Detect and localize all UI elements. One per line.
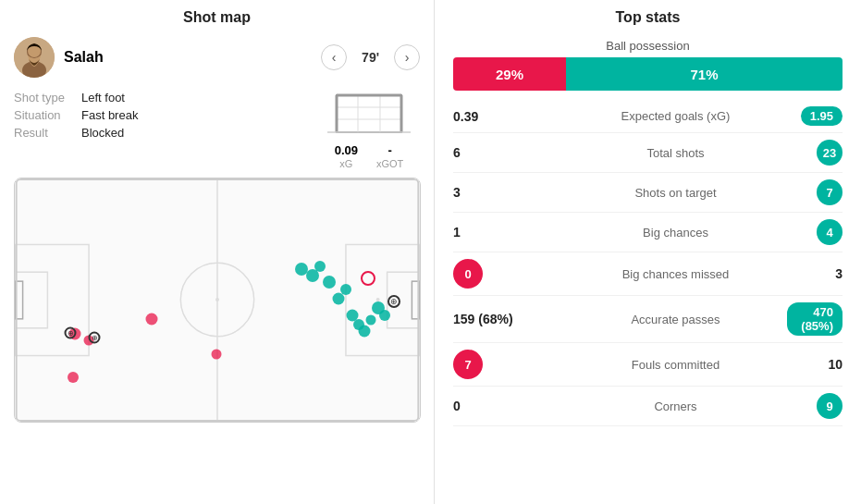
minute-badge: 79' <box>356 50 385 65</box>
stat-right-value: 3 <box>787 266 843 281</box>
shot-type-row: Shot type Left foot <box>14 91 318 104</box>
left-panel: Shot map Salah ‹ 79' › Shot type <box>0 0 435 504</box>
svg-rect-4 <box>337 95 401 132</box>
stat-row: 0Corners9 <box>453 387 843 426</box>
teal-badge: 470 (85%) <box>787 302 843 336</box>
xgot-item: - xGOT <box>376 143 403 170</box>
shot-type-value: Left foot <box>81 91 125 104</box>
possession-bar: 29% 71% <box>453 57 843 91</box>
stat-right-value: 4 <box>787 219 843 245</box>
stat-center-label: Accurate passes <box>564 313 787 326</box>
shot-type-label: Shot type <box>14 91 74 104</box>
stat-center-label: Big chances <box>564 226 787 240</box>
stat-center-label: Corners <box>564 400 787 413</box>
shot-map-title: Shot map <box>14 9 420 26</box>
situation-row: Situation Fast break <box>14 108 318 122</box>
stat-row: 0.39Expected goals (xG)1.95 <box>453 100 843 133</box>
stat-left-area: 6 <box>453 145 564 160</box>
stat-left-value: 0 <box>453 399 536 413</box>
result-row: Result Blocked <box>14 126 318 140</box>
stat-left-area: 0 <box>453 259 564 289</box>
stat-center-label: Total shots <box>564 146 787 160</box>
stat-left-area: 0 <box>453 399 564 413</box>
situation-value: Fast break <box>81 108 138 122</box>
top-stats-title: Top stats <box>453 9 843 26</box>
shot-details: Shot type Left foot Situation Fast break… <box>14 91 318 143</box>
stat-row: 6Total shots23 <box>453 133 843 173</box>
teal-circle: 23 <box>817 140 843 166</box>
stat-center-label: Shots on target <box>564 186 787 200</box>
possession-left: 29% <box>453 57 566 91</box>
next-button[interactable]: › <box>394 44 420 70</box>
stat-row: 1Big chances4 <box>453 213 843 252</box>
stat-row: 159 (68%)Accurate passes470 (85%) <box>453 296 843 343</box>
stat-left-area: 7 <box>453 350 564 379</box>
svg-point-16 <box>215 298 219 301</box>
stat-left-value: 6 <box>453 145 536 160</box>
teal-circle: 7 <box>817 179 843 205</box>
prev-button[interactable]: ‹ <box>321 44 347 70</box>
teal-circle: 4 <box>817 219 843 245</box>
goal-svg <box>327 91 411 141</box>
xgot-value: - <box>376 143 403 157</box>
stat-right-value: 7 <box>787 179 843 205</box>
xgot-label: xGOT <box>376 158 403 169</box>
stat-left-area: 159 (68%) <box>453 312 564 326</box>
possession-right: 71% <box>566 57 843 91</box>
stat-left-value: 159 (68%) <box>453 312 536 326</box>
stat-center-label: Big chances missed <box>564 267 787 281</box>
teal-circle: 9 <box>817 393 843 419</box>
stats-list: 0.39Expected goals (xG)1.956Total shots2… <box>453 100 843 426</box>
stat-right-value: 23 <box>787 140 843 166</box>
situation-label: Situation <box>14 108 74 122</box>
avatar <box>14 37 55 78</box>
xg-value: 0.09 <box>335 143 358 157</box>
goal-diagram: 0.09 xG - xGOT <box>318 91 420 170</box>
stat-left-area: 3 <box>453 185 564 200</box>
xg-item: 0.09 xG <box>335 143 358 170</box>
stat-left-area: 1 <box>453 225 564 240</box>
stat-row: 7Fouls committed10 <box>453 343 843 387</box>
possession-label: Ball possession <box>453 39 843 53</box>
home-shot-cross: ⊕ <box>89 332 101 344</box>
shot-dot <box>314 261 326 272</box>
home-shot-dot <box>146 313 158 326</box>
stat-left-area: 0.39 <box>453 109 564 124</box>
stat-center-label: Expected goals (xG) <box>564 109 787 123</box>
shot-dot <box>323 276 336 289</box>
stat-left-value: 0.39 <box>453 109 536 124</box>
xg-label: xG <box>339 158 352 169</box>
player-row: Salah ‹ 79' › <box>14 37 420 78</box>
stat-left-value: 1 <box>453 225 536 240</box>
shot-dot <box>359 326 371 338</box>
result-label: Result <box>14 126 74 140</box>
result-value: Blocked <box>81 126 124 140</box>
home-shot-cross: ⊕ <box>65 327 77 339</box>
xg-row: 0.09 xG - xGOT <box>335 143 404 170</box>
field-svg <box>15 178 420 422</box>
shot-info: Shot type Left foot Situation Fast break… <box>14 91 420 170</box>
shot-dot-cross: ⊕ <box>387 295 400 308</box>
stat-left-value: 3 <box>453 185 536 200</box>
possession-section: Ball possession 29% 71% <box>453 39 843 91</box>
stat-left-badge: 7 <box>453 350 483 379</box>
stat-center-label: Fouls committed <box>564 358 787 372</box>
stat-row: 3Shots on target7 <box>453 173 843 213</box>
shot-dot <box>379 310 390 321</box>
shot-dot <box>340 284 351 295</box>
stat-right-value: 10 <box>787 357 843 372</box>
stat-row: 0Big chances missed3 <box>453 252 843 296</box>
player-name: Salah <box>64 49 312 66</box>
right-panel: Top stats Ball possession 29% 71% 0.39Ex… <box>435 0 861 504</box>
home-shot-dot <box>68 372 79 383</box>
stat-right-value: 470 (85%) <box>787 302 843 336</box>
shot-dot <box>366 315 376 326</box>
current-shot-dot <box>361 271 375 286</box>
home-shot-dot <box>212 350 222 360</box>
stat-right-value: 9 <box>787 393 843 419</box>
teal-badge: 1.95 <box>801 106 843 126</box>
stat-right-value: 1.95 <box>787 106 843 126</box>
shot-map-field: ⊕ ⊕ ⊕ <box>14 178 421 423</box>
stat-left-badge: 0 <box>453 259 483 289</box>
